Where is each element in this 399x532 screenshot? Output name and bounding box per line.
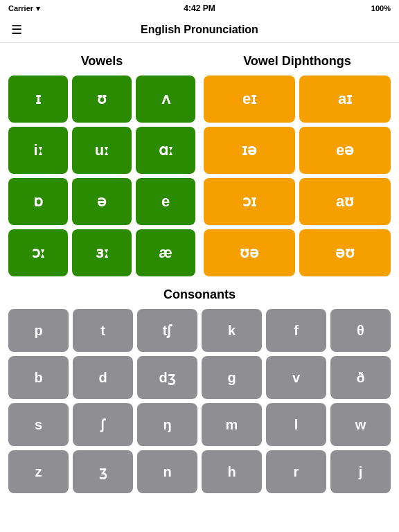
status-bar: Carrier ▾ 4:42 PM 100% <box>0 0 399 17</box>
consonants-title: Consonants <box>8 287 391 302</box>
vowel-cell-11[interactable]: æ <box>136 229 195 276</box>
vowel-cell-5[interactable]: ɑː <box>136 127 195 174</box>
diphthong-cell-4[interactable]: ɔɪ <box>204 178 295 225</box>
diphthongs-grid: eɪaɪɪəeəɔɪaʊʊəəʊ <box>204 76 391 276</box>
diphthong-cell-7[interactable]: əʊ <box>299 229 391 276</box>
consonant-cell-7[interactable]: d <box>73 356 133 399</box>
consonant-cell-8[interactable]: dʒ <box>137 356 197 399</box>
consonant-cell-20[interactable]: n <box>137 450 197 493</box>
diphthongs-section: Vowel Diphthongs eɪaɪɪəeəɔɪaʊʊəəʊ <box>204 54 391 276</box>
carrier-label: Carrier <box>8 4 33 12</box>
diphthong-cell-2[interactable]: ɪə <box>204 127 295 174</box>
vowels-title: Vowels <box>8 54 195 69</box>
vowel-cell-3[interactable]: iː <box>8 127 68 174</box>
consonant-cell-4[interactable]: f <box>266 309 326 352</box>
consonant-cell-18[interactable]: z <box>8 450 69 493</box>
status-right: 100% <box>371 4 391 12</box>
vowel-cell-2[interactable]: ʌ <box>136 76 195 123</box>
vowel-cell-0[interactable]: ɪ <box>8 76 68 123</box>
diphthong-cell-3[interactable]: eə <box>299 127 391 174</box>
nav-title: English Pronunciation <box>141 24 258 36</box>
vowel-cell-4[interactable]: uː <box>72 127 132 174</box>
consonant-cell-16[interactable]: l <box>266 403 326 446</box>
consonant-cell-21[interactable]: h <box>202 450 262 493</box>
diphthong-cell-1[interactable]: aɪ <box>299 76 391 123</box>
consonant-cell-12[interactable]: s <box>8 403 69 446</box>
consonant-cell-6[interactable]: b <box>8 356 69 399</box>
vowel-cell-8[interactable]: e <box>136 178 195 225</box>
vowel-cell-1[interactable]: ʊ <box>72 76 132 123</box>
consonant-cell-0[interactable]: p <box>8 309 69 352</box>
diphthong-cell-5[interactable]: aʊ <box>299 178 391 225</box>
consonant-cell-15[interactable]: m <box>202 403 262 446</box>
consonant-cell-14[interactable]: ŋ <box>137 403 197 446</box>
consonant-cell-10[interactable]: v <box>266 356 326 399</box>
menu-button[interactable]: ☰ <box>11 22 22 37</box>
consonant-cell-19[interactable]: ʒ <box>73 450 133 493</box>
top-sections-row: Vowels ɪʊʌiːuːɑːɒəeɔːɜːæ Vowel Diphthong… <box>8 54 391 276</box>
diphthong-cell-0[interactable]: eɪ <box>204 76 295 123</box>
vowel-cell-9[interactable]: ɔː <box>8 229 68 276</box>
vowel-cell-10[interactable]: ɜː <box>72 229 132 276</box>
consonant-cell-22[interactable]: r <box>266 450 326 493</box>
battery-label: 100% <box>371 4 391 12</box>
wifi-icon: ▾ <box>36 4 40 13</box>
consonant-cell-1[interactable]: t <box>73 309 133 352</box>
consonant-cell-3[interactable]: k <box>202 309 262 352</box>
consonant-cell-2[interactable]: tʃ <box>137 309 197 352</box>
nav-bar: ☰ English Pronunciation <box>0 17 399 43</box>
main-content: Vowels ɪʊʌiːuːɑːɒəeɔːɜːæ Vowel Diphthong… <box>0 43 399 504</box>
consonant-cell-23[interactable]: j <box>330 450 391 493</box>
status-left: Carrier ▾ <box>8 4 40 13</box>
vowels-grid: ɪʊʌiːuːɑːɒəeɔːɜːæ <box>8 76 195 276</box>
diphthongs-title: Vowel Diphthongs <box>204 54 391 69</box>
diphthong-cell-6[interactable]: ʊə <box>204 229 295 276</box>
status-time: 4:42 PM <box>184 3 215 13</box>
consonant-cell-13[interactable]: ʃ <box>73 403 133 446</box>
consonant-cell-11[interactable]: ð <box>330 356 391 399</box>
consonants-section: Consonants pttʃkfθbddʒgvðsʃŋmlwzʒnhrj <box>8 287 391 493</box>
vowel-cell-6[interactable]: ɒ <box>8 178 68 225</box>
consonant-cell-5[interactable]: θ <box>330 309 391 352</box>
consonants-grid: pttʃkfθbddʒgvðsʃŋmlwzʒnhrj <box>8 309 391 493</box>
vowels-section: Vowels ɪʊʌiːuːɑːɒəeɔːɜːæ <box>8 54 195 276</box>
consonant-cell-17[interactable]: w <box>330 403 391 446</box>
vowel-cell-7[interactable]: ə <box>72 178 132 225</box>
consonant-cell-9[interactable]: g <box>202 356 262 399</box>
